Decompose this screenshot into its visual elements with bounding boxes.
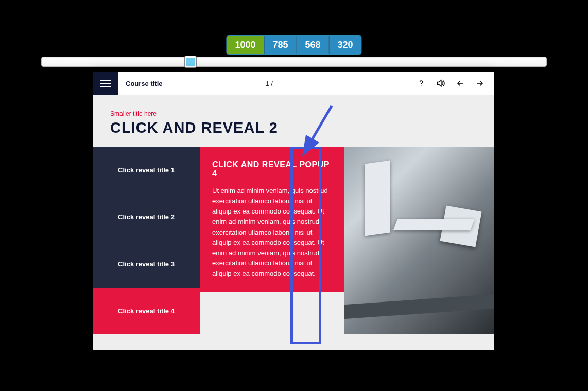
topbar-icons <box>416 78 494 88</box>
course-title: Course title <box>126 80 163 87</box>
breakpoint-568-button[interactable]: 568 <box>297 36 329 54</box>
page-counter: 1 / <box>266 80 273 87</box>
preview-topbar: Course title 1 / <box>93 72 494 95</box>
prev-arrow-icon[interactable] <box>455 78 465 88</box>
reveal-item-1[interactable]: Click reveal title 1 <box>93 147 200 193</box>
reveal-item-3[interactable]: Click reveal title 3 <box>93 241 200 288</box>
reveal-item-2[interactable]: Click reveal title 2 <box>93 193 200 240</box>
next-arrow-icon[interactable] <box>475 78 485 88</box>
page-title: CLICK AND REVEAL 2 <box>110 119 477 136</box>
breakpoint-1000-button[interactable]: 1000 <box>227 36 264 54</box>
popup-title: CLICK AND REVEAL POPUP 4 <box>212 160 332 179</box>
hamburger-icon <box>100 80 111 81</box>
help-icon[interactable] <box>416 78 426 88</box>
heading-area: Smaller title here CLICK AND REVEAL 2 <box>93 95 494 147</box>
content-image <box>344 147 494 334</box>
breakpoint-320-button[interactable]: 320 <box>330 36 361 54</box>
reveal-list: Click reveal title 1 Click reveal title … <box>93 147 200 334</box>
breakpoint-switcher: 1000 785 568 320 <box>226 35 361 55</box>
subtitle: Smaller title here <box>110 110 477 117</box>
popup-body: Ut enim ad minim veniam, quis nostrud ex… <box>212 186 332 279</box>
reveal-popup: CLICK AND REVEAL POPUP 4 Ut enim ad mini… <box>200 147 344 292</box>
breakpoint-785-button[interactable]: 785 <box>264 36 296 54</box>
menu-button[interactable] <box>93 72 118 95</box>
audio-icon[interactable] <box>436 78 446 88</box>
reveal-item-4[interactable]: Click reveal title 4 <box>93 288 200 334</box>
content-row: Click reveal title 1 Click reveal title … <box>93 147 494 334</box>
width-slider-track[interactable] <box>41 57 547 67</box>
width-slider-handle[interactable] <box>185 56 196 67</box>
svg-point-0 <box>421 85 421 86</box>
popup-wrap: CLICK AND REVEAL POPUP 4 Ut enim ad mini… <box>200 147 344 334</box>
course-preview: Course title 1 / Smaller title here CLIC… <box>93 72 494 350</box>
